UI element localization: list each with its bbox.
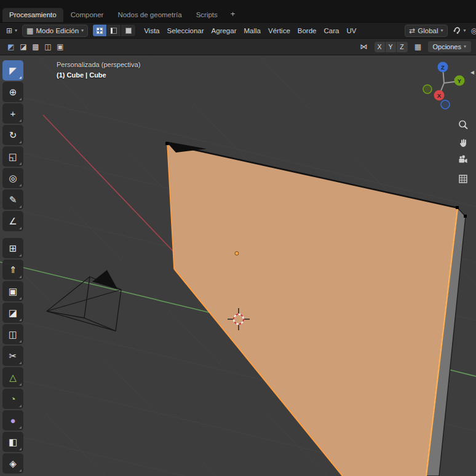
add-workspace-button[interactable]: + — [225, 6, 241, 22]
mirror-y-button[interactable]: Y — [386, 42, 397, 52]
edge-select-icon — [111, 28, 117, 34]
cube-vertex-dot — [456, 206, 459, 209]
tool-smooth[interactable]: ● — [2, 410, 23, 430]
workspace-tab[interactable]: Scripts — [189, 8, 224, 22]
tool-spin[interactable]: ◔ — [2, 389, 23, 409]
viewport-header: ⊞ ▾ ▦ Modo Edición ▾ VistaSeleccionarAgr… — [0, 22, 476, 39]
measure-icon: ∠ — [9, 216, 17, 226]
tool-scale[interactable]: ◱ — [2, 146, 23, 167]
mirror-z-button[interactable]: Z — [397, 42, 408, 52]
tool-settings-bar: ◩◪▩◫▣ ⋈ XYZ ▦ Opciones ▾ — [0, 39, 476, 55]
gizmo-axis-z-neg[interactable] — [441, 100, 450, 109]
navigation-gizmo[interactable]: Z Y X — [416, 58, 472, 114]
gizmo-axis-y-neg[interactable] — [423, 85, 432, 93]
tool-transform[interactable]: ◎ — [2, 168, 23, 188]
select-mode-edge-button[interactable] — [107, 25, 121, 36]
editor-type-icon: ⊞ — [6, 27, 12, 34]
options-label: Opciones — [433, 43, 461, 50]
menu-malla[interactable]: Malla — [240, 25, 264, 36]
transform-icon: ◎ — [9, 173, 17, 183]
toggle-ortho-button[interactable] — [456, 172, 470, 186]
tool-add-cube[interactable]: ⊞ — [2, 238, 23, 258]
editor-type-button[interactable]: ⊞ ▾ — [3, 26, 20, 36]
tool-select-box[interactable]: ◤ — [2, 60, 23, 81]
toolbar: ◤⊕+↻◱◎✎∠⊞⇑▣◪◫✂△◔●◧◈ — [2, 60, 23, 475]
tool-settings-icon-3[interactable]: ◫ — [42, 41, 54, 53]
camera-view-button[interactable] — [456, 153, 470, 167]
mirror-icon[interactable]: ⋈ — [358, 41, 370, 53]
menu-cara[interactable]: Cara — [320, 25, 343, 36]
tool-rotate[interactable]: ↻ — [2, 125, 23, 145]
tool-move[interactable]: + — [2, 103, 23, 124]
workspace-tab[interactable]: Nodos de geometría — [111, 8, 188, 22]
menu-agregar[interactable]: Agregar — [208, 25, 240, 36]
active-object-label: (1) Cube | Cube — [57, 70, 140, 81]
tool-bevel[interactable]: ◪ — [2, 303, 23, 323]
rip-region-icon: ◈ — [9, 459, 17, 468]
options-dropdown[interactable]: Opciones ▾ — [428, 41, 472, 52]
svg-text:Y: Y — [458, 77, 462, 84]
menu-vértice[interactable]: Vértice — [264, 25, 294, 36]
mirror-x-button[interactable]: X — [375, 42, 386, 52]
snap-dropdown[interactable]: ▾ — [450, 25, 469, 36]
loop-cut-icon: ◫ — [9, 330, 17, 339]
face-select-icon — [125, 28, 132, 34]
chevron-down-icon: ▾ — [81, 28, 84, 33]
magnifier-icon — [458, 119, 469, 130]
tool-loop-cut[interactable]: ◫ — [2, 324, 23, 344]
tool-settings-icon-0[interactable]: ◩ — [5, 41, 17, 53]
tool-settings-icons: ◩◪▩◫▣ — [5, 41, 66, 53]
tool-knife[interactable]: ✂ — [2, 346, 23, 366]
select-mode-vertex-button[interactable] — [93, 25, 107, 36]
select-mode-face-button[interactable] — [121, 25, 135, 36]
workspace-tab[interactable]: Componer — [64, 8, 111, 22]
grid-icon — [458, 173, 469, 184]
tool-extrude-region[interactable]: ⇑ — [2, 260, 23, 280]
tool-settings-icon-2[interactable]: ▩ — [30, 41, 42, 53]
orientation-dropdown[interactable]: ⇄ Global ▾ — [405, 25, 447, 37]
tool-rip-region[interactable]: ◈ — [2, 453, 23, 474]
knife-icon: ✂ — [9, 351, 17, 360]
tool-poly-build[interactable]: △ — [2, 367, 23, 387]
proportional-editing-icon[interactable]: ◎ — [471, 27, 476, 34]
snap-grid-icon[interactable]: ▦ — [412, 41, 424, 53]
chevron-down-icon: ▾ — [15, 28, 17, 33]
header-menus: VistaSeleccionarAgregarMallaVérticeBorde… — [140, 25, 360, 36]
tool-settings-icon-1[interactable]: ◪ — [17, 41, 30, 53]
vertex-select-icon — [97, 28, 103, 34]
tool-annotate[interactable]: ✎ — [2, 189, 23, 210]
spin-icon: ◔ — [10, 394, 15, 403]
tool-inset-faces[interactable]: ▣ — [2, 281, 23, 301]
orientation-label: Global — [418, 27, 438, 34]
add-cube-icon: ⊞ — [9, 244, 17, 253]
tool-settings-icon-4[interactable]: ▣ — [54, 41, 66, 53]
tool-measure[interactable]: ∠ — [2, 211, 23, 231]
viewport-3d[interactable]: ◤⊕+↻◱◎✎∠⊞⇑▣◪◫✂△◔●◧◈ Personalizada (persp… — [0, 55, 476, 476]
view-name-label: Personalizada (perspectiva) — [57, 60, 140, 70]
inset-faces-icon: ▣ — [9, 287, 17, 296]
poly-build-icon: △ — [9, 373, 17, 382]
zoom-button[interactable] — [456, 118, 470, 132]
sidebar-collapse-arrow[interactable]: ◄ — [469, 69, 475, 76]
scene-canvas[interactable] — [0, 55, 476, 476]
orientation-icon: ⇄ — [409, 27, 415, 34]
chevron-down-icon: ▾ — [464, 44, 466, 49]
rotate-icon: ↻ — [9, 130, 17, 140]
workspace-tab[interactable]: Procesamiento — [2, 8, 63, 22]
menu-uv[interactable]: UV — [343, 25, 360, 36]
mode-dropdown[interactable]: ▦ Modo Edición ▾ — [22, 25, 88, 37]
annotate-icon: ✎ — [9, 195, 17, 204]
chevron-down-icon: ▾ — [464, 28, 466, 33]
hand-icon — [458, 137, 469, 148]
menu-borde[interactable]: Borde — [294, 25, 320, 36]
pan-button[interactable] — [456, 136, 470, 149]
mode-label: Modo Edición — [36, 27, 79, 34]
edge-slide-icon: ◧ — [9, 437, 17, 446]
chevron-down-icon: ▾ — [440, 28, 443, 33]
menu-vista[interactable]: Vista — [140, 25, 163, 36]
tool-cursor[interactable]: ⊕ — [2, 82, 23, 102]
object-origin-dot — [235, 252, 239, 255]
menu-seleccionar[interactable]: Seleccionar — [163, 25, 207, 36]
tool-edge-slide[interactable]: ◧ — [2, 432, 23, 452]
edit-mode-icon: ▦ — [26, 27, 33, 34]
